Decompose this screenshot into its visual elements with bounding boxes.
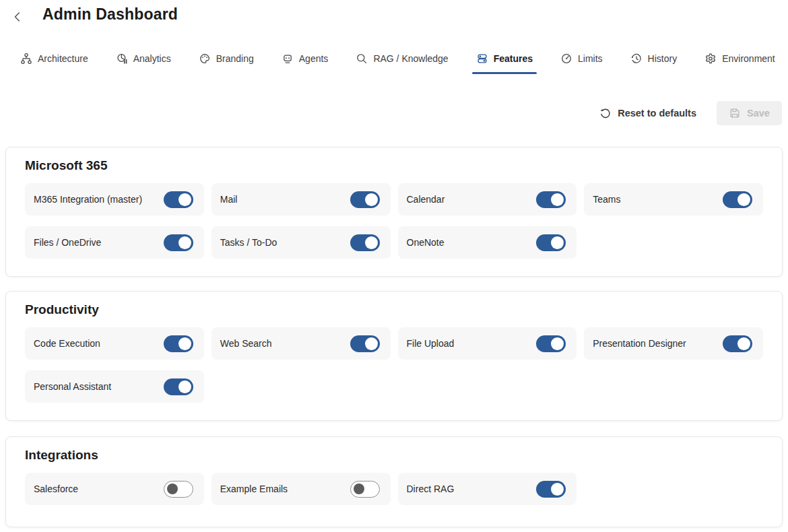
tab-label: Branding bbox=[216, 53, 254, 64]
toggles-icon bbox=[476, 53, 488, 65]
toggle-knob bbox=[178, 380, 191, 393]
feature-label: Direct RAG bbox=[407, 484, 455, 494]
toggle-knob bbox=[167, 484, 178, 494]
tab-branding[interactable]: Branding bbox=[195, 52, 258, 73]
tab-history[interactable]: History bbox=[626, 52, 682, 73]
feature-label: Presentation Designer bbox=[593, 338, 686, 349]
toggle-presentation-designer[interactable] bbox=[723, 335, 752, 352]
feature-label: Example Emails bbox=[220, 484, 288, 494]
feature-tile-tasks-todo: Tasks / To-Do bbox=[211, 226, 391, 259]
toggle-onenote[interactable] bbox=[536, 234, 566, 251]
section-title: Microsoft 365 bbox=[25, 158, 763, 173]
feature-label: Code Execution bbox=[34, 338, 100, 349]
toggle-knob bbox=[178, 193, 191, 206]
bot-icon bbox=[282, 53, 294, 65]
toggle-knob bbox=[178, 236, 191, 249]
feature-grid: Code Execution Web Search File Upload Pr… bbox=[25, 327, 763, 403]
section-title: Productivity bbox=[25, 302, 763, 317]
toggle-knob bbox=[365, 337, 378, 350]
tab-analytics[interactable]: Analytics bbox=[112, 52, 175, 73]
tab-label: Analytics bbox=[133, 53, 171, 64]
toggle-direct-rag[interactable] bbox=[536, 481, 566, 498]
feature-tile-teams: Teams bbox=[584, 183, 763, 215]
history-clock-icon bbox=[630, 53, 643, 65]
gauge-icon bbox=[560, 53, 572, 65]
tab-agents[interactable]: Agents bbox=[277, 52, 333, 73]
reset-label: Reset to defaults bbox=[618, 108, 696, 119]
tab-label: Features bbox=[494, 53, 533, 64]
toggle-mail[interactable] bbox=[350, 191, 380, 208]
toggle-teams[interactable] bbox=[723, 191, 752, 208]
toggle-tasks-todo[interactable] bbox=[350, 234, 380, 251]
toggle-file-upload[interactable] bbox=[536, 335, 566, 352]
toggle-knob bbox=[737, 193, 750, 206]
toggle-m365-integration[interactable] bbox=[164, 191, 193, 208]
org-chart-icon bbox=[20, 53, 32, 65]
tab-features[interactable]: Features bbox=[472, 52, 537, 73]
toggle-example-emails[interactable] bbox=[350, 481, 380, 498]
feature-label: Teams bbox=[593, 194, 620, 205]
feature-label: Calendar bbox=[407, 194, 445, 205]
feature-label: Files / OneDrive bbox=[34, 237, 101, 248]
tab-limits[interactable]: Limits bbox=[556, 52, 607, 73]
palette-icon bbox=[199, 53, 211, 65]
toggle-code-execution[interactable] bbox=[164, 335, 193, 352]
feature-label: M365 Integration (master) bbox=[34, 194, 142, 205]
section-microsoft-365: Microsoft 365 M365 Integration (master) … bbox=[5, 147, 783, 277]
save-button[interactable]: Save bbox=[717, 101, 782, 125]
toggle-knob bbox=[551, 337, 564, 350]
toggle-knob bbox=[551, 236, 564, 249]
toggle-web-search[interactable] bbox=[350, 335, 380, 352]
action-row: Reset to defaults Save bbox=[595, 101, 782, 125]
chevron-left-icon bbox=[11, 11, 24, 23]
admin-dashboard-page: Admin Dashboard Architecture Analytics B… bbox=[0, 0, 788, 532]
feature-tile-salesforce: Salesforce bbox=[25, 473, 204, 505]
toggle-knob bbox=[365, 236, 378, 249]
toggle-knob bbox=[178, 337, 191, 350]
feature-tile-presentation-designer: Presentation Designer bbox=[584, 327, 763, 360]
toggle-knob bbox=[365, 193, 378, 206]
tab-rag-knowledge[interactable]: RAG / Knowledge bbox=[352, 52, 452, 73]
feature-label: Personal Assistant bbox=[34, 381, 111, 392]
feature-tile-calendar: Calendar bbox=[398, 183, 577, 215]
feature-tile-m365-integration: M365 Integration (master) bbox=[25, 183, 204, 215]
search-icon bbox=[356, 53, 368, 65]
feature-tile-onenote: OneNote bbox=[398, 226, 577, 259]
tab-label: Agents bbox=[299, 53, 329, 64]
save-label: Save bbox=[747, 108, 770, 119]
feature-tile-direct-rag: Direct RAG bbox=[398, 473, 577, 505]
toggle-personal-assistant[interactable] bbox=[164, 378, 193, 395]
feature-tile-mail: Mail bbox=[211, 183, 391, 215]
feature-grid: Salesforce Example Emails Direct RAG bbox=[25, 473, 763, 505]
tab-architecture[interactable]: Architecture bbox=[16, 52, 92, 73]
feature-grid: M365 Integration (master) Mail Calendar … bbox=[25, 183, 763, 259]
toggle-calendar[interactable] bbox=[536, 191, 566, 208]
toggle-knob bbox=[551, 193, 564, 206]
back-button[interactable] bbox=[9, 9, 26, 25]
feature-label: OneNote bbox=[407, 237, 445, 248]
reset-to-defaults-button[interactable]: Reset to defaults bbox=[595, 106, 700, 120]
feature-label: Mail bbox=[220, 194, 238, 205]
tab-bar: Architecture Analytics Branding Agents R… bbox=[16, 52, 779, 73]
pie-chart-icon bbox=[116, 53, 128, 65]
tab-label: RAG / Knowledge bbox=[373, 53, 448, 64]
undo-arrow-icon bbox=[599, 107, 612, 119]
feature-label: File Upload bbox=[407, 338, 455, 349]
feature-label: Salesforce bbox=[34, 484, 78, 494]
feature-tile-code-execution: Code Execution bbox=[25, 327, 204, 360]
gear-icon bbox=[704, 53, 717, 65]
feature-tile-personal-assistant: Personal Assistant bbox=[25, 370, 204, 403]
page-title: Admin Dashboard bbox=[42, 5, 178, 24]
feature-tile-web-search: Web Search bbox=[211, 327, 391, 360]
tab-label: Architecture bbox=[38, 53, 88, 64]
feature-label: Web Search bbox=[220, 338, 272, 349]
feature-tile-files-onedrive: Files / OneDrive bbox=[25, 226, 204, 259]
toggle-knob bbox=[551, 483, 564, 496]
toggle-files-onedrive[interactable] bbox=[164, 234, 193, 251]
feature-tile-example-emails: Example Emails bbox=[211, 473, 391, 505]
tab-label: History bbox=[648, 53, 678, 64]
tab-environment[interactable]: Environment bbox=[700, 52, 779, 73]
toggle-salesforce[interactable] bbox=[164, 481, 193, 498]
floppy-disk-icon bbox=[729, 107, 741, 119]
tab-label: Environment bbox=[722, 53, 775, 64]
